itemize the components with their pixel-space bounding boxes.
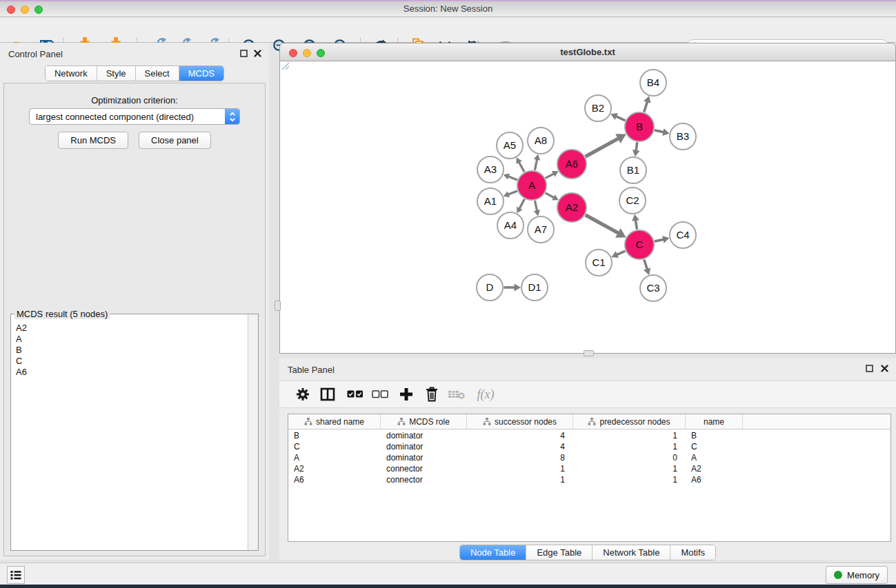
memory-button[interactable]: Memory <box>826 566 888 584</box>
table-row-c[interactable]: Cdominator41C <box>288 441 890 452</box>
cell-predecessor-nodes[interactable]: 1 <box>573 441 686 452</box>
edge-B-B2[interactable] <box>610 113 625 121</box>
edge-A2-C[interactable] <box>586 215 626 238</box>
node-C[interactable]: C <box>625 230 654 259</box>
tab-style[interactable]: Style <box>97 66 136 81</box>
node-D[interactable]: D <box>477 274 503 301</box>
node-A1[interactable]: A1 <box>477 188 504 214</box>
criterion-dropdown[interactable]: largest connected component (directed) <box>29 108 240 125</box>
table-row-a[interactable]: Adominator80A <box>288 452 890 463</box>
node-A3[interactable]: A3 <box>477 156 504 183</box>
edge-C-C3[interactable] <box>644 259 650 274</box>
delete-table-button[interactable] <box>447 385 466 403</box>
cell-mcds-role[interactable]: connector <box>381 474 467 485</box>
node-A[interactable]: A <box>517 171 546 200</box>
node-C1[interactable]: C1 <box>586 250 612 276</box>
edge-B-B1[interactable] <box>633 142 640 156</box>
edge-A-A4[interactable] <box>517 199 524 214</box>
mcds-result-item-a6[interactable]: A6 <box>16 367 248 378</box>
node-A5[interactable]: A5 <box>497 132 523 159</box>
cell-successor-nodes[interactable]: 1 <box>467 474 573 485</box>
cell-name[interactable]: B <box>686 430 743 441</box>
close-table-panel-button[interactable] <box>880 364 889 373</box>
node-C3[interactable]: C3 <box>640 275 666 301</box>
cell-shared-name[interactable]: A2 <box>288 463 381 474</box>
node-C2[interactable]: C2 <box>619 187 646 214</box>
mcds-result-item-b[interactable]: B <box>16 345 248 356</box>
tab-select[interactable]: Select <box>136 66 179 81</box>
node-A6[interactable]: A6 <box>557 150 586 179</box>
close-panel-button[interactable]: Close panel <box>139 132 211 149</box>
node-B4[interactable]: B4 <box>640 70 666 96</box>
table-row-a2[interactable]: A2connector11A2 <box>288 463 890 474</box>
cell-mcds-role[interactable]: dominator <box>381 430 467 441</box>
node-A2[interactable]: A2 <box>557 193 586 222</box>
edge-C-C1[interactable] <box>611 251 625 258</box>
create-column-button[interactable] <box>397 385 416 403</box>
edge-A-A6[interactable] <box>546 171 559 178</box>
cell-shared-name[interactable]: A <box>288 452 381 463</box>
node-D1[interactable]: D1 <box>521 274 548 301</box>
cell-name[interactable]: A6 <box>686 474 743 485</box>
node-A4[interactable]: A4 <box>497 212 524 239</box>
cell-shared-name[interactable]: A6 <box>288 474 381 485</box>
table-settings-button[interactable] <box>293 385 312 403</box>
vertical-scroll-stub[interactable] <box>275 301 281 311</box>
node-A7[interactable]: A7 <box>528 216 554 243</box>
run-mcds-button[interactable]: Run MCDS <box>58 132 128 149</box>
column-header-name[interactable]: name <box>686 414 743 429</box>
float-table-panel-button[interactable] <box>865 364 874 373</box>
select-all-button[interactable] <box>346 385 365 403</box>
tab-network-table[interactable]: Network Table <box>593 545 670 560</box>
node-B[interactable]: B <box>625 112 654 141</box>
cell-mcds-role[interactable]: dominator <box>381 452 467 463</box>
cell-predecessor-nodes[interactable]: 1 <box>573 430 686 441</box>
edge-A-A2[interactable] <box>546 193 559 201</box>
cell-predecessor-nodes[interactable]: 1 <box>573 474 686 485</box>
float-panel-button[interactable] <box>239 49 248 58</box>
network-canvas[interactable]: AA1A2A3A4A5A6A7A8BB1B2B3B4CC1C2C3C4DD1 <box>279 61 896 354</box>
node-C4[interactable]: C4 <box>670 222 696 248</box>
edge-A-A5[interactable] <box>516 158 524 172</box>
tab-mcds[interactable]: MCDS <box>179 66 223 81</box>
tab-network[interactable]: Network <box>46 66 97 81</box>
close-control-panel-button[interactable] <box>253 49 262 58</box>
mcds-result-item-a[interactable]: A <box>16 334 248 345</box>
result-scrollbar[interactable] <box>248 314 258 550</box>
table-row-b[interactable]: Bdominator41B <box>288 430 890 441</box>
cell-name[interactable]: A <box>686 452 743 463</box>
column-header-successor-nodes[interactable]: successor nodes <box>467 414 573 429</box>
edge-B-B3[interactable] <box>655 128 670 136</box>
cell-mcds-role[interactable]: dominator <box>381 441 467 452</box>
cell-successor-nodes[interactable]: 1 <box>467 463 573 474</box>
cell-predecessor-nodes[interactable]: 0 <box>573 452 686 463</box>
mcds-result-item-a2[interactable]: A2 <box>16 323 248 334</box>
node-B1[interactable]: B1 <box>620 157 646 183</box>
table-row-a6[interactable]: A6connector11A6 <box>288 474 890 485</box>
cell-predecessor-nodes[interactable]: 1 <box>573 463 686 474</box>
tab-node-table[interactable]: Node Table <box>460 545 527 560</box>
cell-name[interactable]: C <box>686 441 743 452</box>
edge-D-D1[interactable] <box>504 284 521 292</box>
task-history-button[interactable] <box>7 566 25 584</box>
edge-C-C2[interactable] <box>632 214 639 230</box>
edge-A-A3[interactable] <box>504 174 517 180</box>
edge-A-A7[interactable] <box>534 201 540 216</box>
column-header-mcds-role[interactable]: MCDS role <box>381 414 467 429</box>
node-B2[interactable]: B2 <box>585 95 611 121</box>
tab-motifs[interactable]: Motifs <box>670 545 715 560</box>
mcds-result-item-c[interactable]: C <box>16 356 248 367</box>
deselect-all-button[interactable] <box>370 385 390 403</box>
tab-edge-table[interactable]: Edge Table <box>526 545 593 560</box>
edge-A6-B[interactable] <box>586 134 626 156</box>
horizontal-scroll-stub[interactable] <box>584 350 594 356</box>
edge-B-B4[interactable] <box>644 96 650 112</box>
cell-shared-name[interactable]: C <box>288 441 381 452</box>
edge-C-C4[interactable] <box>655 236 670 243</box>
cell-successor-nodes[interactable]: 8 <box>467 452 573 463</box>
cell-successor-nodes[interactable]: 4 <box>467 430 573 441</box>
network-canvas-svg[interactable]: AA1A2A3A4A5A6A7A8BB1B2B3B4CC1C2C3C4DD1 <box>280 61 895 353</box>
cell-mcds-role[interactable]: connector <box>381 463 467 474</box>
edge-A-A8[interactable] <box>534 154 540 170</box>
delete-column-button[interactable] <box>422 385 441 403</box>
